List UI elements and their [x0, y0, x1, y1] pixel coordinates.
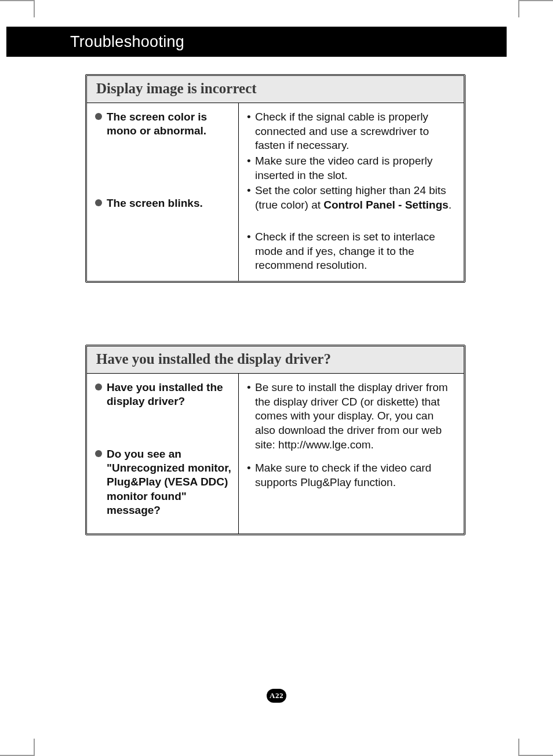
bullet-dot-icon: •	[247, 381, 255, 452]
bullet-dot-icon: •	[247, 154, 255, 182]
solution-text: Make sure the video card is properly ins…	[255, 154, 456, 182]
symptom-text: Do you see an "Unrecognized monitor, Plu…	[107, 447, 231, 518]
solution-text: Check if the signal cable is properly co…	[255, 110, 456, 153]
symptom-column: Have you installed the display driver? D…	[87, 374, 239, 534]
bullet-dot-icon: •	[247, 461, 255, 490]
solution-text: Be sure to install the display driver fr…	[255, 381, 456, 452]
symptom-text: The screen blinks.	[107, 196, 203, 210]
solution-text-bold: Control Panel - Settings	[323, 199, 448, 211]
solution-text: Check if the screen is set to interlace …	[255, 230, 456, 273]
bullet-icon	[95, 450, 102, 457]
page-title: Troubleshooting	[70, 33, 184, 51]
crop-mark	[518, 0, 519, 17]
symptom-item: The screen color is mono or abnormal.	[95, 110, 231, 138]
solution-column: • Be sure to install the display driver …	[239, 374, 464, 534]
bullet-dot-icon: •	[247, 184, 255, 212]
symptom-text: The screen color is mono or abnormal.	[107, 110, 231, 138]
symptom-item: The screen blinks.	[95, 196, 231, 210]
bullet-icon	[95, 199, 102, 206]
section-display-driver: Have you installed the display driver? H…	[85, 345, 465, 535]
section-display-image-incorrect: Display image is incorrect The screen co…	[85, 74, 465, 283]
section-title: Have you installed the display driver?	[87, 346, 464, 374]
section-body: The screen color is mono or abnormal. Th…	[87, 103, 464, 281]
page-number-badge: A22	[267, 689, 286, 703]
page-number: A22	[270, 691, 283, 700]
solution-item: • Set the color setting higher than 24 b…	[247, 184, 456, 212]
crop-mark	[518, 739, 519, 756]
bullet-icon	[95, 384, 102, 390]
bullet-dot-icon: •	[247, 110, 255, 153]
crop-mark	[0, 0, 35, 1]
symptom-text: Have you installed the display driver?	[107, 381, 231, 409]
crop-mark	[518, 0, 553, 1]
solution-text: Set the color setting higher than 24 bit…	[255, 184, 456, 212]
page: Troubleshooting Display image is incorre…	[0, 0, 553, 756]
solution-item: • Check if the signal cable is properly …	[247, 110, 456, 153]
solution-item: • Check if the screen is set to interlac…	[247, 230, 456, 273]
symptom-item: Do you see an "Unrecognized monitor, Plu…	[95, 447, 231, 518]
symptom-item: Have you installed the display driver?	[95, 381, 231, 409]
section-body: Have you installed the display driver? D…	[87, 374, 464, 534]
solution-column: • Check if the signal cable is properly …	[239, 103, 464, 281]
solution-item: • Make sure the video card is properly i…	[247, 154, 456, 182]
crop-mark	[34, 0, 35, 17]
crop-mark	[34, 739, 35, 756]
header-bar: Troubleshooting	[6, 27, 507, 57]
bullet-dot-icon: •	[247, 230, 255, 273]
symptom-column: The screen color is mono or abnormal. Th…	[87, 103, 239, 281]
section-title: Display image is incorrect	[87, 76, 464, 103]
solution-text: Make sure to check if the video card sup…	[255, 461, 456, 490]
solution-text-suffix: .	[449, 199, 452, 211]
bullet-icon	[95, 113, 102, 120]
solution-item: • Make sure to check if the video card s…	[247, 461, 456, 490]
solution-item: • Be sure to install the display driver …	[247, 381, 456, 452]
